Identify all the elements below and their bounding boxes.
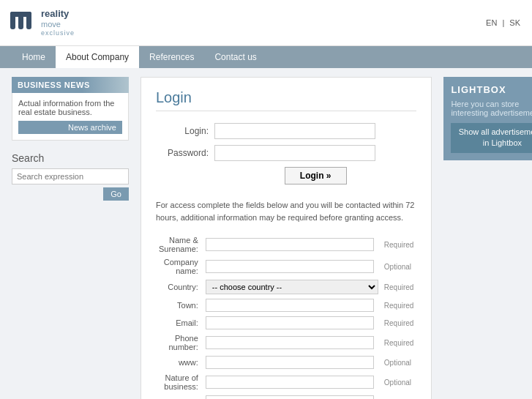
brand-main: reality: [41, 8, 75, 20]
nav-references[interactable]: References: [139, 46, 204, 68]
business-news-section: BUSINESS NEWS Actual information from th…: [12, 77, 129, 141]
language-switcher: EN | SK: [486, 18, 520, 27]
password-field[interactable]: [214, 145, 375, 161]
password-row: Password:: [156, 145, 416, 161]
reg-field-row: Nature of business:Optional: [156, 371, 416, 393]
field-status-8: Optional: [381, 393, 417, 399]
field-textarea-8[interactable]: [206, 395, 374, 399]
login-row: Login:: [156, 123, 416, 139]
reg-field-row: www:Optional: [156, 354, 416, 371]
lightbox-box: LIGHTBOX Here you can store interesting …: [443, 77, 532, 160]
page-title: Login: [156, 89, 416, 111]
news-archive-button[interactable]: News archive: [18, 121, 122, 134]
reg-field-row: Country:-- choose country --Required: [156, 277, 416, 297]
reg-field-row: Phone number:Required: [156, 332, 416, 354]
svg-rect-5: [18, 12, 31, 17]
field-label-8: Message:: [156, 393, 203, 399]
logo: reality move exclusive: [7, 6, 75, 40]
reg-form-table: Name & Surename:RequiredCompany name:Opt…: [156, 234, 416, 399]
field-input-cell-8: [203, 393, 381, 399]
field-input-cell-6: [203, 354, 381, 371]
navigation: Home About Company References Contact us: [0, 46, 532, 68]
lang-en[interactable]: EN: [486, 18, 497, 27]
search-button[interactable]: Go: [103, 187, 129, 201]
field-label-5: Phone number:: [156, 332, 203, 354]
lightbox-button[interactable]: Show all advertisements in Lightbox: [451, 123, 532, 153]
field-input-cell-2: -- choose country --: [203, 277, 381, 297]
access-text: For access complete the fields below and…: [156, 199, 416, 223]
business-news-title: BUSINESS NEWS: [12, 77, 129, 93]
field-label-6: www:: [156, 354, 203, 371]
field-input-cell-1: [203, 256, 381, 277]
business-news-text: Actual information from the real estate …: [18, 99, 114, 116]
login-label: Login:: [156, 126, 214, 136]
field-text-1[interactable]: [206, 260, 374, 273]
logo-icon: [7, 6, 37, 40]
brand-excl: exclusive: [41, 29, 75, 37]
login-btn-row: Login »: [214, 167, 416, 184]
field-label-4: Email:: [156, 314, 203, 332]
main-content: Login Login: Password: Login » For acces…: [141, 77, 432, 399]
field-text-3[interactable]: [206, 299, 374, 312]
field-input-cell-5: [203, 332, 381, 354]
field-status-5: Required: [381, 332, 417, 354]
left-sidebar: BUSINESS NEWS Actual information from th…: [12, 77, 129, 399]
field-text-4[interactable]: [206, 316, 374, 329]
logo-text: reality move exclusive: [41, 8, 75, 37]
field-input-cell-7: [203, 371, 381, 393]
layout: BUSINESS NEWS Actual information from th…: [0, 68, 532, 399]
field-input-cell-0: [203, 234, 381, 256]
field-text-0[interactable]: [206, 238, 374, 251]
field-status-7: Optional: [381, 371, 417, 393]
business-news-body: Actual information from the real estate …: [12, 93, 129, 141]
reg-field-row: Company name:Optional: [156, 256, 416, 277]
reg-field-row: Email:Required: [156, 314, 416, 332]
registration-form: Name & Surename:RequiredCompany name:Opt…: [156, 234, 416, 399]
field-text-5[interactable]: [206, 336, 374, 349]
reg-field-row: Name & Surename:Required: [156, 234, 416, 256]
field-status-3: Required: [381, 297, 417, 314]
field-status-1: Optional: [381, 256, 417, 277]
field-input-cell-4: [203, 314, 381, 332]
login-field[interactable]: [214, 123, 375, 139]
login-form: Login: Password: Login »: [156, 123, 416, 184]
nav-contact-us[interactable]: Contact us: [204, 46, 266, 68]
field-select-2[interactable]: -- choose country --: [206, 280, 378, 294]
field-label-0: Name & Surename:: [156, 234, 203, 256]
reg-field-row: Message:Optional: [156, 393, 416, 399]
nav-about-company[interactable]: About Company: [56, 46, 139, 68]
search-title: Search: [12, 152, 129, 164]
lightbox-desc: Here you can store interesting advertise…: [451, 100, 532, 117]
field-label-7: Nature of business:: [156, 371, 203, 393]
header: reality move exclusive EN | SK: [0, 0, 532, 46]
reg-field-row: Town:Required: [156, 297, 416, 314]
field-status-6: Optional: [381, 354, 417, 371]
field-status-0: Required: [381, 234, 417, 256]
brand-sub: move: [41, 20, 75, 29]
password-label: Password:: [156, 148, 214, 158]
field-label-3: Town:: [156, 297, 203, 314]
lang-separator: |: [502, 18, 504, 27]
lightbox-title: LIGHTBOX: [451, 84, 532, 95]
field-label-2: Country:: [156, 277, 203, 297]
search-input[interactable]: [12, 168, 129, 184]
field-text-6[interactable]: [206, 356, 374, 369]
lang-sk[interactable]: SK: [509, 18, 520, 27]
right-sidebar: LIGHTBOX Here you can store interesting …: [443, 77, 532, 399]
field-status-4: Required: [381, 314, 417, 332]
field-label-1: Company name:: [156, 256, 203, 277]
field-text-7[interactable]: [206, 376, 374, 389]
login-button[interactable]: Login »: [285, 167, 347, 184]
nav-home[interactable]: Home: [12, 46, 56, 68]
search-section: Search Go: [12, 152, 129, 201]
field-status-2: Required: [381, 277, 417, 297]
field-input-cell-3: [203, 297, 381, 314]
